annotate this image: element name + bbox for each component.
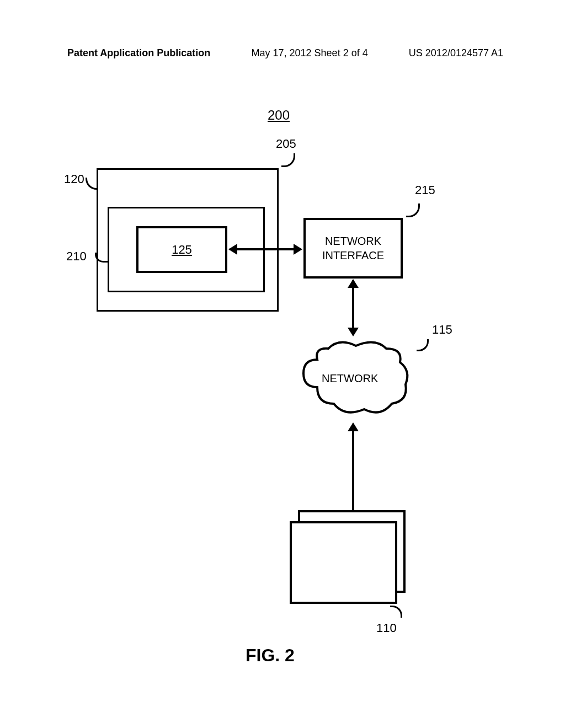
label-115: 115 — [432, 323, 452, 337]
arrow-vertical-bottom — [352, 424, 354, 520]
label-205: 205 — [276, 137, 296, 151]
inner-box-125: 125 — [136, 226, 227, 273]
arrow-vertical-top — [352, 280, 354, 335]
page-header: Patent Application Publication May 17, 2… — [0, 47, 565, 59]
arrow-horizontal — [230, 248, 301, 250]
leader-115 — [417, 339, 429, 351]
label-120: 120 — [64, 172, 84, 186]
stacked-box-front-110 — [290, 521, 397, 604]
header-publication: Patent Application Publication — [67, 47, 210, 59]
leader-110 — [390, 606, 402, 618]
header-patent-number: US 2012/0124577 A1 — [409, 47, 503, 59]
network-cloud-label: NETWORK — [322, 372, 378, 385]
header-date-sheet: May 17, 2012 Sheet 2 of 4 — [252, 47, 368, 59]
label-210: 210 — [66, 249, 87, 264]
label-215: 215 — [415, 183, 435, 197]
leader-120 — [86, 178, 98, 190]
network-interface-label: NETWORK INTERFACE — [322, 234, 384, 263]
figure-caption: FIG. 2 — [246, 645, 295, 666]
leader-205 — [281, 153, 295, 167]
figure-number-200: 200 — [268, 108, 290, 123]
network-interface-box: NETWORK INTERFACE — [303, 218, 403, 279]
leader-215 — [406, 204, 420, 217]
label-110: 110 — [376, 621, 397, 635]
diagram-container: 205 120 210 215 115 110 125 NETWORK INTE… — [0, 143, 565, 640]
